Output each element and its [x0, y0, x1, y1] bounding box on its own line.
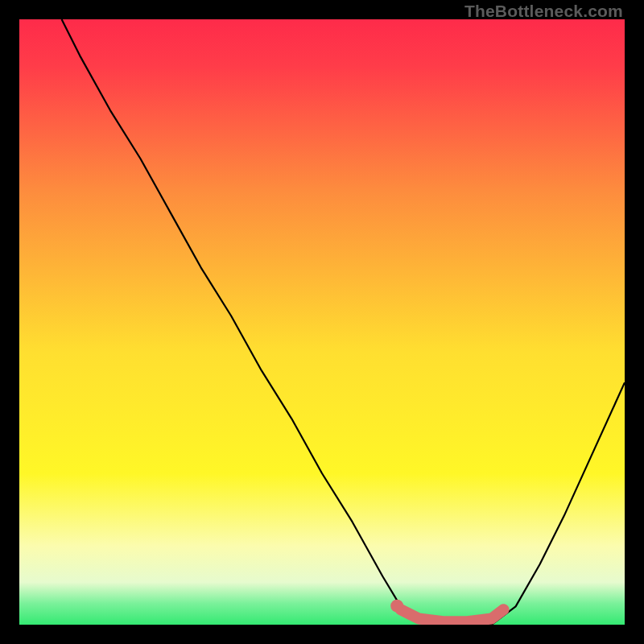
bottleneck-chart: [19, 19, 625, 625]
optimal-range-start-dot: [390, 600, 403, 613]
watermark-text: TheBottleneck.com: [464, 2, 623, 21]
chart-frame: [19, 19, 625, 625]
